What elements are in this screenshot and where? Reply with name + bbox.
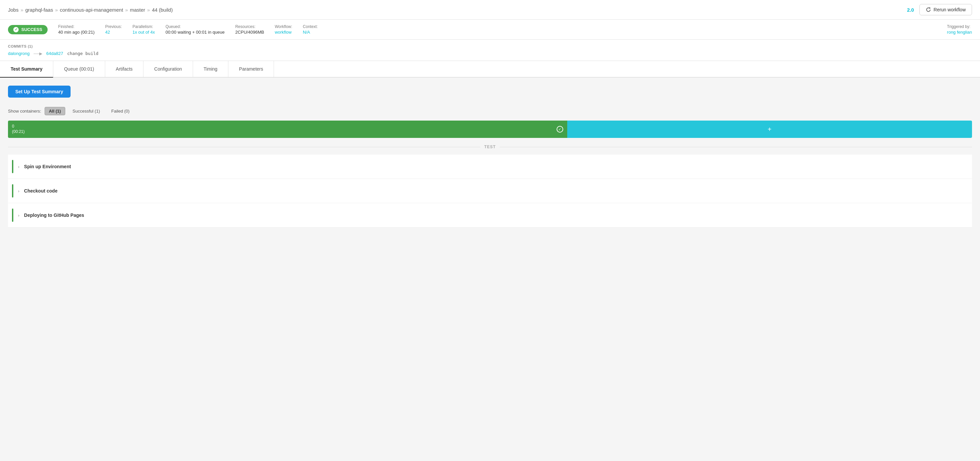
tab-parameters[interactable]: Parameters [228, 61, 274, 78]
progress-check-icon: ✓ [557, 126, 563, 132]
breadcrumb-sep2: » [55, 7, 57, 13]
top-right-actions: 2.0 Rerun workflow [907, 4, 972, 15]
tab-test-summary[interactable]: Test Summary [0, 61, 53, 78]
parallelism-value: 1x out of 4x [132, 30, 155, 35]
parallelism-label: Parallelism: [132, 24, 155, 29]
step-accent-icon [12, 160, 13, 173]
breadcrumb-sep3: » [125, 7, 128, 13]
breadcrumb-sep4: » [147, 7, 150, 13]
step-row-spin-up[interactable]: › Spin up Environment [8, 155, 972, 179]
commit-author[interactable]: dalongrong [8, 51, 30, 56]
success-label: SUCCESS [21, 27, 42, 32]
success-badge: ✓ SUCCESS [8, 25, 48, 34]
breadcrumb: Jobs » graphql-faas » continuous-api-man… [8, 7, 173, 13]
step-name-checkout: Checkout code [24, 188, 57, 193]
commits-title: COMMITS (1) [8, 44, 972, 48]
show-containers-label: Show containers: [8, 108, 41, 113]
step-chevron-checkout-icon: › [18, 188, 19, 193]
progress-green-segment[interactable]: 0 (00:21) ✓ [8, 121, 567, 138]
resources-meta: Resources: 2CPU/4096MB [235, 24, 264, 35]
filter-failed-button[interactable]: Failed (0) [107, 107, 134, 115]
status-bar: ✓ SUCCESS Finished: 40 min ago (00:21) P… [0, 20, 980, 40]
commit-row: dalongrong ──▶ 64da827 change build [8, 51, 972, 56]
finished-label: Finished: [58, 24, 94, 29]
rerun-icon [926, 7, 931, 12]
workflow-label: Workflow: [275, 24, 292, 29]
resources-label: Resources: [235, 24, 264, 29]
context-meta: Context: N/A [303, 24, 318, 35]
progress-bar: 0 (00:21) ✓ + [8, 121, 972, 138]
commits-section: COMMITS (1) dalongrong ──▶ 64da827 chang… [0, 40, 980, 61]
workflow-meta: Workflow: workflow [275, 24, 292, 35]
tab-queue[interactable]: Queue (00:01) [53, 61, 105, 78]
step-chevron-deploy-icon: › [18, 213, 19, 218]
show-containers-filter: Show containers: All (1) Successful (1) … [8, 107, 972, 115]
progress-add-button[interactable]: + [567, 121, 972, 138]
tab-configuration[interactable]: Configuration [143, 61, 193, 78]
check-circle-icon: ✓ [13, 27, 19, 32]
commit-arrow-icon: ──▶ [33, 51, 42, 56]
step-name-spin-up: Spin up Environment [24, 164, 71, 169]
queued-meta: Queued: 00:00 waiting + 00:01 in queue [165, 24, 224, 35]
breadcrumb-pipeline[interactable]: continuous-api-management [60, 7, 123, 13]
queued-value: 00:00 waiting + 00:01 in queue [165, 30, 224, 35]
step-list: › Spin up Environment › Checkout code › … [8, 155, 972, 228]
resources-value: 2CPU/4096MB [235, 30, 264, 35]
previous-value[interactable]: 42 [105, 30, 122, 35]
top-header: Jobs » graphql-faas » continuous-api-man… [0, 0, 980, 20]
breadcrumb-jobs[interactable]: Jobs [8, 7, 19, 13]
tab-artifacts[interactable]: Artifacts [105, 61, 144, 78]
context-value: N/A [303, 30, 318, 35]
commit-hash[interactable]: 64da827 [46, 51, 63, 56]
breadcrumb-repo[interactable]: graphql-faas [25, 7, 53, 13]
step-name-deploy: Deploying to GitHub Pages [24, 212, 84, 218]
filter-all-button[interactable]: All (1) [45, 107, 65, 115]
triggered-by-meta: Triggered by: rong fenglian [947, 24, 972, 35]
breadcrumb-sep1: » [21, 7, 23, 13]
triggered-value[interactable]: rong fenglian [947, 30, 972, 35]
breadcrumb-build[interactable]: 44 (build) [152, 7, 173, 13]
step-row-checkout[interactable]: › Checkout code [8, 179, 972, 203]
context-label: Context: [303, 24, 318, 29]
previous-label: Previous: [105, 24, 122, 29]
triggered-label: Triggered by: [947, 24, 972, 29]
commit-message: change build [67, 51, 99, 56]
container-duration: (00:21) [12, 129, 25, 135]
finished-value: 40 min ago (00:21) [58, 30, 94, 35]
rerun-workflow-button[interactable]: Rerun workflow [920, 4, 972, 15]
test-divider: TEST [8, 145, 972, 149]
workflow-value[interactable]: workflow [275, 30, 292, 35]
parallelism-meta: Parallelism: 1x out of 4x [132, 24, 155, 35]
version-badge: 2.0 [907, 7, 914, 13]
tabs-bar: Test Summary Queue (00:01) Artifacts Con… [0, 61, 980, 78]
step-accent-deploy-icon [12, 209, 13, 222]
container-id: 0 [12, 124, 25, 129]
tab-timing[interactable]: Timing [193, 61, 229, 78]
filter-successful-button[interactable]: Successful (1) [68, 107, 104, 115]
step-row-deploy[interactable]: › Deploying to GitHub Pages [8, 203, 972, 228]
step-accent-checkout-icon [12, 184, 13, 198]
finished-meta: Finished: 40 min ago (00:21) [58, 24, 94, 35]
previous-meta: Previous: 42 [105, 24, 122, 35]
main-content: Set Up Test Summary Show containers: All… [0, 78, 980, 236]
step-chevron-icon: › [18, 164, 19, 169]
breadcrumb-branch[interactable]: master [130, 7, 145, 13]
progress-container-info: 0 (00:21) [12, 124, 25, 134]
queued-label: Queued: [165, 24, 224, 29]
set-up-test-summary-button[interactable]: Set Up Test Summary [8, 86, 71, 97]
rerun-label: Rerun workflow [934, 7, 966, 12]
